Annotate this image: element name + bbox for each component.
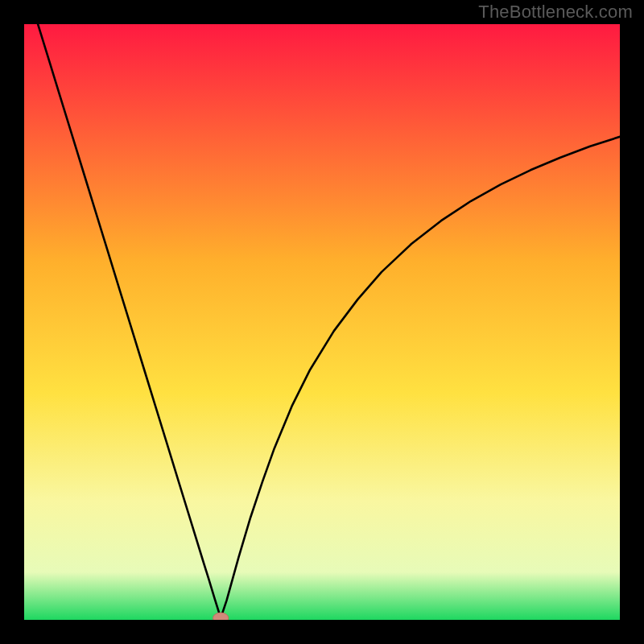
plot-area	[24, 24, 620, 620]
gradient-background	[24, 24, 620, 620]
chart-svg	[24, 24, 620, 620]
optimal-point-marker	[213, 613, 229, 620]
chart-container: TheBottleneck.com	[0, 0, 644, 644]
watermark-text: TheBottleneck.com	[478, 2, 633, 23]
